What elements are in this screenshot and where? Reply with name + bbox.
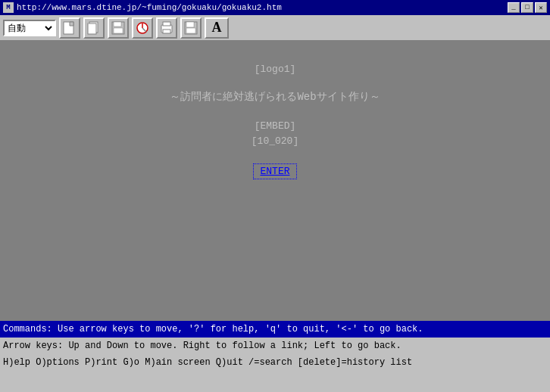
close-button[interactable]: ✕ (535, 2, 547, 13)
compass-icon (136, 21, 149, 35)
floppy-icon (184, 21, 198, 35)
toolbar-btn-6[interactable] (180, 17, 202, 39)
page-title: ～訪問者に絶対逃げられるWebサイト作り～ (170, 90, 380, 104)
app-icon: M (3, 2, 14, 13)
status-bar-3: H)elp O)ptions P)rint G)o M)ain screen Q… (0, 354, 550, 371)
embed-line1: [EMBED] (252, 119, 298, 134)
zoom-select[interactable]: 自動 (3, 20, 56, 36)
toolbar-btn-3[interactable] (108, 17, 129, 39)
logo-text: [logo1] (255, 64, 296, 75)
save-icon (111, 21, 125, 35)
title-bar: M http://www.mars.dtine.jp/~fuming/gokua… (0, 0, 550, 15)
embed-text: [EMBED] [10_020] (252, 119, 298, 148)
font-icon: A (212, 20, 222, 36)
svg-rect-15 (186, 22, 194, 27)
minimize-button[interactable]: _ (508, 2, 520, 13)
page-icon (63, 21, 77, 35)
svg-rect-16 (186, 28, 195, 33)
copy-icon (87, 21, 101, 35)
svg-rect-3 (88, 23, 96, 34)
toolbar-btn-1[interactable] (59, 17, 80, 39)
embed-line2: [10_020] (252, 134, 298, 149)
svg-rect-13 (163, 30, 170, 33)
title-bar-buttons: _ □ ✕ (508, 2, 547, 13)
status-bar-2: Arrow keys: Up and Down to move. Right t… (0, 338, 550, 354)
font-button[interactable]: A (205, 17, 229, 39)
status-text-1: Commands: Use arrow keys to move, '?' fo… (3, 324, 423, 334)
print-icon (160, 21, 173, 35)
svg-rect-6 (114, 22, 121, 26)
toolbar: 自動 (0, 15, 550, 41)
toolbar-btn-4[interactable] (132, 17, 153, 39)
maximize-button[interactable]: □ (521, 2, 533, 13)
svg-marker-1 (70, 22, 73, 26)
svg-rect-7 (114, 28, 123, 33)
toolbar-btn-5[interactable] (156, 17, 177, 39)
enter-link[interactable]: ENTER (253, 163, 296, 179)
status-bar-1: Commands: Use arrow keys to move, '?' fo… (0, 321, 550, 338)
title-bar-url: http://www.mars.dtine.jp/~fuming/gokuaku… (17, 3, 282, 12)
title-bar-left: M http://www.mars.dtine.jp/~fuming/gokua… (3, 2, 282, 13)
svg-rect-12 (163, 22, 170, 26)
content-area: [logo1] ～訪問者に絶対逃げられるWebサイト作り～ [EMBED] [1… (0, 41, 550, 321)
status-text-3: H)elp O)ptions P)rint G)o M)ain screen Q… (3, 357, 412, 368)
status-text-2: Arrow keys: Up and Down to move. Right t… (3, 341, 402, 351)
toolbar-btn-2[interactable] (83, 17, 105, 39)
